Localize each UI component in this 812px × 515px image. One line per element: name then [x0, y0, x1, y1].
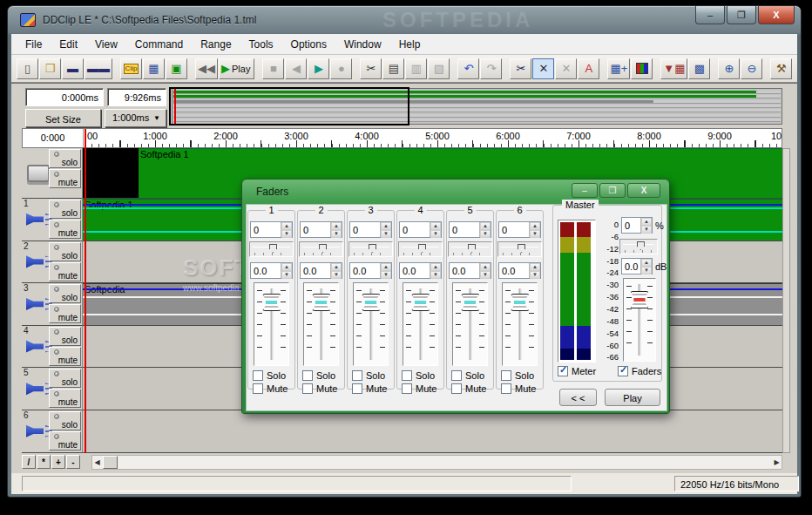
channel-fader[interactable]	[452, 282, 488, 366]
checkbox-icon[interactable]	[253, 383, 263, 394]
track-2-mute-button[interactable]: mute	[49, 262, 81, 281]
toolbar-crossfade-button[interactable]: ✕	[532, 58, 554, 79]
toolbar-cascade-button[interactable]: ▩	[688, 58, 710, 79]
track-6-solo-button[interactable]: solo	[49, 411, 81, 430]
spin-down-icon[interactable]: ▼	[331, 230, 342, 238]
spin-down-icon[interactable]: ▼	[381, 230, 391, 238]
track-2-solo-button[interactable]: solo	[49, 242, 81, 261]
fader-knob[interactable]	[511, 294, 530, 311]
checkbox-icon[interactable]	[451, 370, 462, 381]
close-button[interactable]: X	[758, 6, 795, 24]
channel-fader[interactable]	[353, 282, 389, 366]
menu-item[interactable]: Range	[192, 35, 240, 54]
channel-gain-spinner[interactable]: 0.0 ▲▼	[300, 262, 342, 279]
track-tool-button[interactable]: -	[66, 455, 80, 469]
track-tool-button[interactable]: /	[22, 455, 36, 469]
spin-up-icon[interactable]: ▲	[381, 263, 391, 271]
toolbar-filmstrip-button[interactable]: ▦	[143, 58, 165, 79]
channel-mute-checkbox[interactable]: Mute	[253, 383, 288, 394]
toolbar-copy-button[interactable]: ▤	[382, 58, 404, 79]
fader-knob[interactable]	[411, 294, 430, 311]
playhead-cursor[interactable]	[85, 129, 86, 453]
track-4-mute-button[interactable]: mute	[49, 347, 81, 366]
channel-pan-slider[interactable]	[448, 241, 492, 257]
track-1-solo-button[interactable]: solo	[49, 200, 81, 219]
toolbar-clip-button[interactable]: Clip	[120, 58, 142, 79]
toolbar-monitor-button[interactable]: ▣	[166, 58, 187, 79]
track-tool-button[interactable]: *	[37, 455, 51, 469]
channel-gain-spinner[interactable]: 0.0 ▲▼	[449, 262, 491, 279]
channel-gain-spinner[interactable]: 0.0 ▲▼	[349, 262, 392, 279]
spin-up-icon[interactable]: ▲	[381, 222, 391, 230]
menu-item[interactable]: File	[17, 35, 51, 54]
faders-minimize-button[interactable]: –	[572, 183, 598, 198]
fader-knob[interactable]	[362, 294, 381, 311]
channel-solo-checkbox[interactable]: Solo	[501, 370, 534, 381]
track-video-solo-button[interactable]: solo	[49, 149, 81, 168]
toolbar-cut-button[interactable]: ✂	[360, 58, 382, 79]
spin-up-icon[interactable]: ▲	[331, 263, 342, 271]
channel-solo-checkbox[interactable]: Solo	[302, 370, 335, 381]
menu-item[interactable]: Command	[126, 35, 192, 54]
channel-mute-checkbox[interactable]: Mute	[402, 383, 436, 394]
channel-fader[interactable]	[254, 282, 289, 366]
track-5-mute-button[interactable]: mute	[49, 389, 81, 408]
ruler-scale[interactable]: 001:0002:0003:0004:0005:0006:0007:0008:0…	[84, 129, 782, 147]
channel-pan-slider[interactable]	[348, 241, 393, 257]
toolbar-mixdown-button[interactable]: ▼▦	[660, 58, 687, 79]
spin-down-icon[interactable]: ▼	[381, 271, 391, 279]
spin-down-icon[interactable]: ▼	[281, 271, 292, 279]
channel-fader[interactable]	[403, 282, 438, 366]
channel-solo-checkbox[interactable]: Solo	[451, 370, 484, 381]
maximize-button[interactable]: ❐	[727, 6, 756, 24]
track-video-mute-button[interactable]: mute	[49, 169, 81, 188]
channel-solo-checkbox[interactable]: Solo	[253, 370, 286, 381]
fader-knob[interactable]	[461, 294, 480, 311]
master-gain-spinner[interactable]: 0.0 ▲▼	[621, 258, 653, 274]
toolbar-envelope-button[interactable]: A	[578, 58, 599, 79]
checkbox-icon[interactable]	[501, 383, 511, 394]
spin-down-icon[interactable]: ▼	[530, 230, 540, 238]
toolbar-settings-button[interactable]: ⚒	[770, 58, 792, 79]
channel-pan-spinner[interactable]: 0 ▲▼	[449, 221, 491, 238]
toolbar-save-button[interactable]: ▬	[62, 58, 84, 79]
channel-pan-slider[interactable]	[497, 241, 542, 257]
menu-item[interactable]: View	[86, 35, 126, 54]
track-3-mute-button[interactable]: mute	[49, 304, 81, 323]
toolbar-step-forward-button[interactable]: ▶	[308, 58, 329, 79]
spin-up-icon[interactable]: ▲	[641, 218, 652, 226]
slider-thumb[interactable]	[418, 244, 426, 253]
menu-item[interactable]: Help	[390, 35, 430, 54]
spin-down-icon[interactable]: ▼	[530, 271, 540, 279]
channel-fader[interactable]	[502, 282, 538, 366]
channel-pan-spinner[interactable]: 0 ▲▼	[250, 221, 293, 238]
channel-pan-slider[interactable]	[299, 241, 343, 257]
channel-pan-slider[interactable]	[398, 241, 443, 257]
channel-mute-checkbox[interactable]: Mute	[352, 383, 387, 394]
spin-down-icon[interactable]: ▼	[641, 226, 652, 234]
checkbox-icon[interactable]	[253, 370, 263, 381]
spin-down-icon[interactable]: ▼	[641, 267, 652, 274]
spin-up-icon[interactable]: ▲	[641, 259, 652, 267]
track-6-lane[interactable]	[83, 410, 782, 453]
menu-item[interactable]: Window	[335, 35, 390, 54]
toolbar-zoom-in-button[interactable]: ⊕	[718, 58, 740, 79]
timeline-ruler[interactable]: 0:000 001:0002:0003:0004:0005:0006:0007:…	[22, 128, 782, 148]
toolbar-save-all-button[interactable]: ▬▬	[85, 58, 112, 79]
project-overview[interactable]	[172, 88, 782, 125]
toolbar-undo-button[interactable]: ↶	[457, 58, 479, 79]
position-length-field[interactable]: 9:926ms	[107, 88, 166, 106]
checkbox-icon[interactable]	[352, 370, 362, 381]
grid-dropdown[interactable]: 1:000ms ▼	[105, 109, 166, 127]
channel-solo-checkbox[interactable]: Solo	[352, 370, 385, 381]
faders-maximize-button[interactable]: ❐	[599, 183, 626, 198]
scrollbar-thumb[interactable]	[103, 456, 118, 469]
checkbox-icon[interactable]	[402, 383, 412, 394]
toolbar-play-button[interactable]: ▶Play	[219, 58, 254, 79]
spin-up-icon[interactable]: ▲	[331, 222, 342, 230]
master-fader-knob[interactable]	[630, 291, 649, 308]
slider-thumb[interactable]	[369, 244, 376, 253]
checkbox-checked-icon[interactable]	[618, 366, 628, 376]
track-3-solo-button[interactable]: solo	[49, 284, 81, 303]
checkbox-icon[interactable]	[402, 370, 412, 381]
